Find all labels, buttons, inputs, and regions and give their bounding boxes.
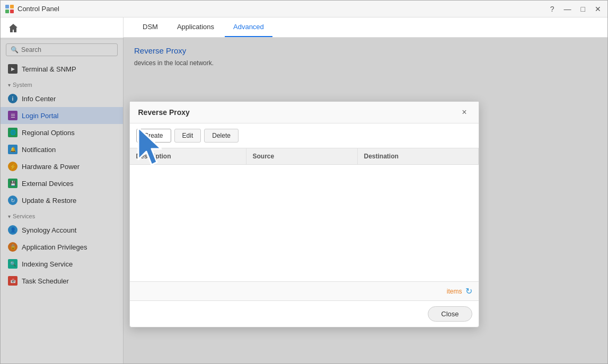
titlebar: Control Panel ? — □ ✕ (1, 1, 607, 17)
svg-rect-1 (10, 5, 14, 8)
modal-toolbar: Create Edit Delete (130, 123, 479, 148)
modal-close-button[interactable]: × (459, 107, 470, 118)
table-header: Description Source Destination (130, 148, 479, 165)
tab-dsm[interactable]: DSM (134, 17, 166, 37)
delete-button[interactable]: Delete (204, 129, 239, 143)
modal-footer: items ↻ (130, 281, 479, 300)
edit-button[interactable]: Edit (174, 129, 201, 143)
svg-rect-0 (5, 5, 9, 8)
table-body (130, 165, 479, 281)
sidebar-home-button[interactable] (1, 17, 123, 39)
minimize-button[interactable]: — (562, 4, 574, 14)
modal-table: Description Source Destination (130, 148, 479, 281)
close-modal-button[interactable]: Close (428, 306, 472, 322)
help-button[interactable]: ? (548, 4, 557, 14)
svg-rect-2 (5, 10, 9, 13)
col-destination: Destination (358, 148, 479, 164)
tab-applications[interactable]: Applications (169, 17, 223, 37)
titlebar-controls: ? — □ ✕ (548, 4, 603, 14)
modal-title: Reverse Proxy (138, 108, 190, 117)
modal-action-footer: Close (130, 300, 479, 327)
create-button[interactable]: Create (136, 129, 171, 143)
close-window-button[interactable]: ✕ (593, 4, 603, 14)
main-content: Reverse Proxy devices in the local netwo… (124, 38, 607, 363)
window-title: Control Panel (17, 5, 59, 13)
col-source: Source (246, 148, 358, 164)
refresh-button[interactable]: ↻ (465, 286, 472, 296)
maximize-button[interactable]: □ (579, 4, 587, 14)
tab-bar: DSM Applications Advanced (124, 17, 607, 38)
home-icon (8, 23, 19, 33)
main-panel: DSM Applications Advanced Reverse Proxy … (124, 17, 607, 363)
footer-right: items ↻ (447, 286, 472, 296)
modal-overlay: Reverse Proxy × Create Edit Delete (1, 38, 607, 363)
content-area: 🔍 ▶ Terminal & SNMP ▾ System i Info Cent… (1, 17, 607, 363)
svg-rect-3 (10, 10, 14, 13)
items-label: items (447, 288, 462, 295)
modal-header: Reverse Proxy × (130, 102, 479, 123)
col-description: Description (130, 148, 246, 164)
reverse-proxy-modal: Reverse Proxy × Create Edit Delete (129, 101, 479, 327)
control-panel-window: Control Panel ? — □ ✕ 🔍 ▶ (0, 0, 608, 364)
titlebar-left: Control Panel (5, 4, 59, 14)
tab-advanced[interactable]: Advanced (225, 17, 272, 37)
control-panel-icon (5, 4, 14, 14)
